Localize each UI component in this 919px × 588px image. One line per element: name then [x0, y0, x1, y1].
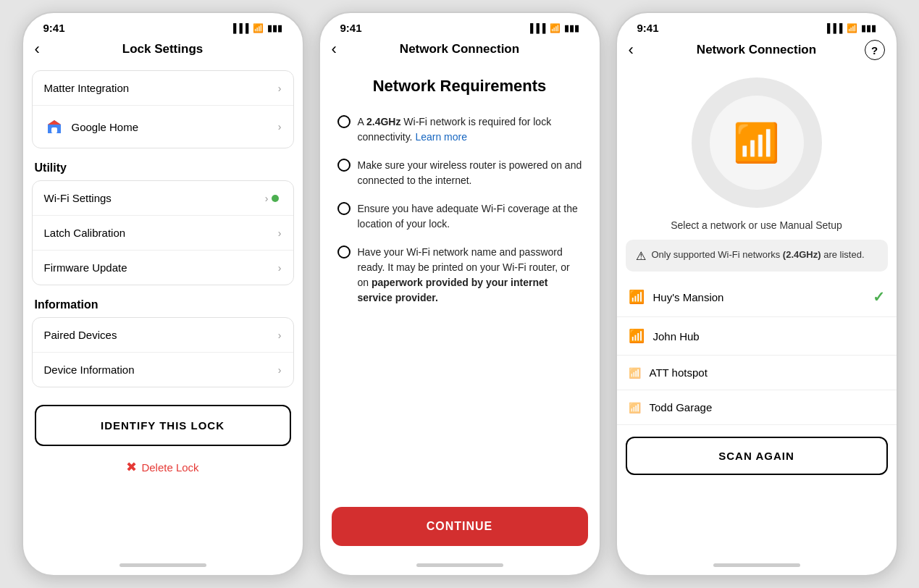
status-icons-1: ▐▐▐ 📶 ▮▮▮: [230, 23, 282, 33]
status-icons-2: ▐▐▐ 📶 ▮▮▮: [527, 23, 579, 33]
wifi-icon-3: 📶: [629, 367, 641, 379]
wifi-settings-chevron-icon: ›: [265, 193, 269, 204]
firmware-update-item[interactable]: Firmware Update ›: [33, 251, 293, 285]
network-name-4: Todd Garage: [650, 401, 885, 413]
screen2-footer: CONTINUE: [320, 495, 600, 555]
req-item-2: Make sure your wireless router is powere…: [337, 158, 582, 188]
continue-button[interactable]: CONTINUE: [332, 507, 588, 546]
network-item-2[interactable]: 📶 John Hub: [617, 317, 897, 356]
delete-icon: ✖: [126, 459, 137, 475]
network-list: 📶 Huy's Mansion ✓ 📶 John Hub 📶 ATT hotsp…: [617, 277, 897, 425]
screen3-content: 📶 Select a network or use Manual Setup ⚠…: [617, 66, 897, 555]
identify-lock-button[interactable]: IDENTIFY THIS LOCK: [35, 405, 291, 446]
paired-devices-chevron-icon: ›: [278, 329, 282, 341]
wifi-icon-4: 📶: [629, 402, 641, 413]
svg-rect-0: [51, 127, 57, 133]
network-name-1: Huy's Mansion: [653, 291, 873, 303]
wifi-large-icon: 📶: [733, 124, 780, 161]
warning-text: Only supported Wi-Fi networks (2.4GHz) a…: [652, 248, 865, 261]
information-section-label: Information: [23, 285, 303, 317]
wifi-active-dot: [272, 195, 279, 202]
home-indicator-3: [617, 555, 897, 575]
google-home-item[interactable]: Google Home ›: [33, 106, 293, 148]
bullet-icon-3: [337, 202, 351, 215]
matter-chevron-icon: ›: [278, 83, 282, 94]
screen1-phone: 9:41 ▐▐▐ 📶 ▮▮▮ ‹ Lock Settings Matter In…: [22, 12, 304, 576]
bullet-icon-4: [337, 245, 351, 259]
back-button-1[interactable]: ‹: [35, 40, 58, 59]
google-home-label: Google Home: [72, 121, 278, 133]
back-button-3[interactable]: ‹: [629, 41, 652, 59]
nav-bar-2: ‹ Network Connection: [320, 37, 600, 64]
google-home-chevron-icon: ›: [278, 121, 282, 133]
req-item-3: Ensure you have adequate Wi-Fi coverage …: [337, 201, 582, 232]
latch-calibration-chevron-icon: ›: [278, 227, 282, 239]
wifi-settings-item[interactable]: Wi-Fi Settings ›: [33, 181, 293, 216]
help-button[interactable]: ?: [865, 40, 885, 60]
network-item-4[interactable]: 📶 Todd Garage: [617, 390, 897, 425]
utility-card: Wi-Fi Settings › Latch Calibration › Fir…: [32, 180, 294, 285]
status-bar-2: 9:41 ▐▐▐ 📶 ▮▮▮: [320, 13, 600, 37]
network-name-3: ATT hotspot: [650, 366, 885, 379]
paired-devices-item[interactable]: Paired Devices ›: [33, 318, 293, 353]
device-information-label: Device Information: [44, 364, 278, 376]
screen2-nav-title: Network Connection: [400, 42, 519, 56]
warning-icon: ⚠: [636, 249, 646, 263]
req4-text: Have your Wi-Fi network name and passwor…: [358, 245, 582, 306]
wifi-settings-label: Wi-Fi Settings: [44, 192, 265, 204]
nav-bar-1: ‹ Lock Settings: [23, 37, 303, 64]
delete-lock-label: Delete Lock: [141, 461, 198, 474]
firmware-update-chevron-icon: ›: [278, 262, 282, 274]
req3-text: Ensure you have adequate Wi-Fi coverage …: [358, 201, 582, 232]
latch-calibration-item[interactable]: Latch Calibration ›: [33, 216, 293, 251]
battery-icon: ▮▮▮: [267, 23, 282, 33]
firmware-update-label: Firmware Update: [44, 261, 278, 274]
status-icons-3: ▐▐▐ 📶 ▮▮▮: [824, 23, 876, 33]
req1-text: A 2.4GHz Wi-Fi network is required for l…: [358, 114, 582, 145]
wifi-status-icon-3: 📶: [847, 23, 857, 33]
device-information-item[interactable]: Device Information ›: [33, 353, 293, 387]
network-requirements-title: Network Requirements: [337, 76, 582, 97]
nav-bar-3: ‹ Network Connection ?: [617, 37, 897, 66]
wifi-status-icon: 📶: [253, 23, 264, 33]
device-info-chevron-icon: ›: [278, 364, 282, 376]
wifi-status-icon-2: 📶: [550, 23, 561, 33]
status-time-1: 9:41: [43, 22, 65, 34]
wifi-outer-circle: 📶: [692, 77, 822, 208]
warning-box: ⚠ Only supported Wi-Fi networks (2.4GHz)…: [626, 240, 888, 272]
scan-again-button[interactable]: SCAN AGAIN: [626, 437, 888, 475]
battery-icon-2: ▮▮▮: [564, 23, 579, 33]
screen2-content: Network Requirements A 2.4GHz Wi-Fi netw…: [320, 64, 600, 495]
back-button-2[interactable]: ‹: [332, 40, 355, 59]
screen2-phone: 9:41 ▐▐▐ 📶 ▮▮▮ ‹ Network Connection Netw…: [319, 12, 601, 576]
paired-devices-label: Paired Devices: [44, 329, 278, 341]
bullet-icon-2: [337, 159, 351, 172]
screen2-main: Network Requirements A 2.4GHz Wi-Fi netw…: [320, 64, 600, 330]
utility-section-label: Utility: [23, 148, 303, 180]
signal-icon-2: ▐▐▐: [527, 23, 546, 33]
delete-lock-row[interactable]: ✖ Delete Lock: [23, 452, 303, 482]
screen1-content: Matter Integration › Google Home › Utili…: [23, 64, 303, 555]
warning-bold: (2.4GHz): [783, 249, 821, 260]
google-home-icon: [44, 117, 64, 137]
wifi-icon-1: 📶: [629, 289, 645, 305]
matter-label: Matter Integration: [44, 82, 278, 94]
home-indicator-1: [23, 555, 303, 575]
screen3-phone: 9:41 ▐▐▐ 📶 ▮▮▮ ‹ Network Connection ? 📶 …: [616, 12, 898, 576]
matter-integration-item[interactable]: Matter Integration ›: [33, 71, 293, 106]
wifi-icon-2: 📶: [629, 328, 645, 344]
network-item-3[interactable]: 📶 ATT hotspot: [617, 356, 897, 390]
bullet-icon-1: [337, 115, 351, 128]
req1-bold: 2.4GHz: [366, 116, 400, 127]
wifi-animation-container: 📶: [617, 77, 897, 208]
signal-icon: ▐▐▐: [230, 23, 249, 33]
signal-icon-3: ▐▐▐: [824, 23, 843, 33]
learn-more-link[interactable]: Learn more: [415, 131, 467, 143]
network-item-1[interactable]: 📶 Huy's Mansion ✓: [617, 277, 897, 317]
information-card: Paired Devices › Device Information ›: [32, 317, 294, 387]
screen1-nav-title: Lock Settings: [122, 42, 203, 56]
battery-icon-3: ▮▮▮: [861, 23, 876, 33]
top-settings-card: Matter Integration › Google Home ›: [32, 70, 294, 148]
req4-bold: paperwork provided by your internet serv…: [358, 277, 548, 303]
req-item-1: A 2.4GHz Wi-Fi network is required for l…: [337, 114, 582, 145]
